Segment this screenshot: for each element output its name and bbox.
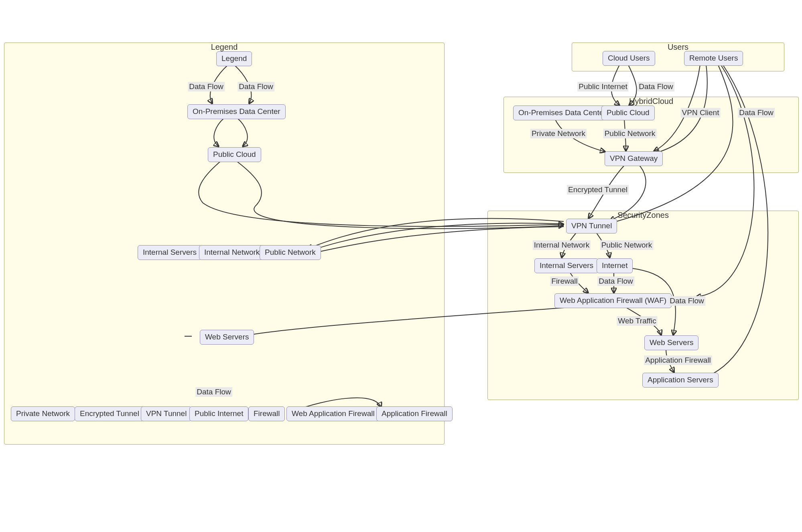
subgraph-legend-title: Legend: [211, 43, 238, 52]
node-legend-vpnt: VPN Tunnel: [141, 406, 192, 421]
node-legend-pubnet: Public Network: [260, 245, 321, 260]
node-users-cloud: Cloud Users: [603, 51, 655, 66]
node-legend-intnet: Internal Network: [199, 245, 265, 260]
node-legend-enct: Encrypted Tunnel: [75, 406, 144, 421]
node-legend-pubint: Public Internet: [189, 406, 248, 421]
node-sz-internet: Internet: [597, 258, 633, 273]
node-legend-intsrv: Internal Servers: [138, 245, 202, 260]
node-sz-waf: Web Application Firewall (WAF): [554, 293, 672, 308]
label-hc-enct: Encrypted Tunnel: [567, 185, 629, 195]
node-legend-waf: Web Application Firewall: [286, 406, 380, 421]
subgraph-hybridcloud-title: HybridCloud: [629, 97, 673, 106]
node-legend-fw: Firewall: [248, 406, 285, 421]
node-legend-privnet: Private Network: [11, 406, 75, 421]
label-u-df: Data Flow: [638, 82, 674, 91]
label-u-pubint: Public Internet: [577, 82, 628, 91]
node-legend-onprem: On-Premises Data Center: [187, 104, 286, 119]
node-legend-websrv: Web Servers: [200, 330, 254, 345]
node-legend-pubcloud: Public Cloud: [208, 147, 261, 162]
subgraph-users-title: Users: [668, 43, 688, 52]
subgraph-legend: Legend: [4, 43, 445, 445]
node-hc-vpngw: VPN Gateway: [605, 151, 663, 166]
subgraph-securityzones-title: SecurityZones: [617, 211, 669, 220]
node-sz-vpnt: VPN Tunnel: [566, 219, 617, 234]
node-hc-pubcloud: Public Cloud: [601, 106, 655, 120]
node-sz-websrv: Web Servers: [644, 335, 698, 350]
node-legend-appfw: Application Firewall: [376, 406, 453, 421]
node-legend-legend: Legend: [216, 51, 252, 66]
node-sz-intsrv: Internal Servers: [534, 258, 599, 273]
node-sz-appsrv: Application Servers: [642, 373, 719, 388]
node-users-remote: Remote Users: [684, 51, 743, 66]
node-hc-onprem: On-Premises Data Center: [513, 106, 611, 120]
